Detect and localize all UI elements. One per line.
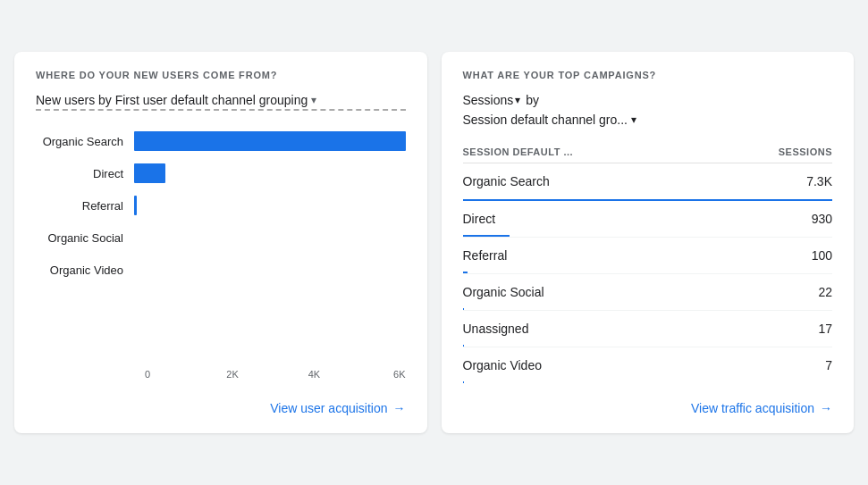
sub-dropdown[interactable]: Session default channel gro... ▾ xyxy=(463,113,636,127)
bar-chart: Organic SearchDirectReferralOrganic Soci… xyxy=(36,129,406,383)
sessions-label: Sessions xyxy=(463,93,514,107)
x-tick-0: 0 xyxy=(145,369,226,380)
bar-label: Organic Social xyxy=(36,231,134,245)
right-section-title: WHAT ARE YOUR TOP CAMPAIGNS? xyxy=(463,70,833,80)
bar-fill xyxy=(134,131,406,151)
row-underline-bar xyxy=(463,235,510,237)
left-card: WHERE DO YOUR NEW USERS COME FROM? New u… xyxy=(14,52,427,433)
arrow-icon: → xyxy=(393,401,406,415)
x-axis: 0 2K 4K 6K xyxy=(145,369,406,380)
table-header: SESSION DEFAULT ... SESSIONS xyxy=(463,139,833,163)
table-row: Organic Search7.3K xyxy=(463,163,833,201)
view-user-acquisition-link[interactable]: View user acquisition → xyxy=(36,401,406,415)
left-section-title: WHERE DO YOUR NEW USERS COME FROM? xyxy=(36,70,406,80)
chart-dropdown[interactable]: New users by First user default channel … xyxy=(36,93,406,111)
by-label: by xyxy=(526,93,539,107)
row-label: Organic Search xyxy=(463,174,550,188)
row-underline-bar xyxy=(463,272,468,273)
bar-row: Organic Search xyxy=(36,129,406,154)
row-value: 930 xyxy=(812,212,832,226)
dashboard: WHERE DO YOUR NEW USERS COME FROM? New u… xyxy=(14,52,854,433)
bar-row: Organic Video xyxy=(36,257,406,282)
bar-label: Organic Video xyxy=(36,263,134,277)
row-value: 17 xyxy=(818,322,832,336)
sessions-chevron-icon: ▾ xyxy=(515,94,520,106)
row-value: 7.3K xyxy=(806,174,832,188)
bar-fill xyxy=(134,196,137,215)
sub-chevron-icon: ▾ xyxy=(631,113,636,126)
col2-header: SESSIONS xyxy=(779,146,832,157)
bar-row: Direct xyxy=(36,161,406,186)
table-row: Unassigned17 xyxy=(463,311,833,347)
row-value: 7 xyxy=(825,358,832,372)
table-row: Referral100 xyxy=(463,238,833,274)
row-label: Organic Video xyxy=(463,358,542,372)
row-underline-bar xyxy=(463,345,464,347)
view-user-acquisition-label: View user acquisition xyxy=(270,401,387,415)
arrow-right-icon: → xyxy=(820,401,832,415)
table-row: Organic Social22 xyxy=(463,274,833,311)
bar-container xyxy=(134,257,406,282)
bar-fill xyxy=(134,163,165,183)
chart-dropdown-label: New users by First user default channel … xyxy=(36,93,308,107)
right-card: WHAT ARE YOUR TOP CAMPAIGNS? Sessions ▾ … xyxy=(442,52,855,433)
row-label: Organic Social xyxy=(463,285,544,299)
x-tick-2k: 2K xyxy=(226,369,308,380)
bar-label: Direct xyxy=(36,167,134,180)
row-label: Referral xyxy=(463,248,508,263)
bar-container xyxy=(134,129,406,154)
bar-container xyxy=(134,193,406,218)
bar-container xyxy=(134,161,406,186)
bar-label: Referral xyxy=(36,199,134,213)
bar-row: Organic Social xyxy=(36,225,406,250)
row-value: 22 xyxy=(818,285,832,299)
view-traffic-acquisition-link[interactable]: View traffic acquisition → xyxy=(463,401,833,415)
row-underline-bar xyxy=(463,308,464,310)
table-row: Direct930 xyxy=(463,201,833,238)
bar-container xyxy=(134,225,406,250)
sessions-header: Sessions ▾ by Session default channel gr… xyxy=(463,93,833,127)
sessions-subline: Session default channel gro... ▾ xyxy=(463,113,833,127)
table-rows-container: Organic Search7.3KDirect930Referral100Or… xyxy=(463,163,833,383)
sub-dropdown-label: Session default channel gro... xyxy=(463,113,628,127)
row-label: Direct xyxy=(463,212,496,226)
bar-label: Organic Search xyxy=(36,135,134,148)
bars-container: Organic SearchDirectReferralOrganic Soci… xyxy=(36,129,406,289)
chevron-down-icon: ▾ xyxy=(311,94,316,106)
col1-header: SESSION DEFAULT ... xyxy=(463,146,574,157)
row-value: 100 xyxy=(812,248,832,263)
x-tick-6k: 6K xyxy=(390,369,405,380)
x-tick-4k: 4K xyxy=(308,369,390,380)
view-traffic-acquisition-label: View traffic acquisition xyxy=(691,401,814,415)
table-row: Organic Video7 xyxy=(463,347,833,383)
sessions-dropdown[interactable]: Sessions ▾ xyxy=(463,93,521,107)
bar-row: Referral xyxy=(36,193,406,218)
row-label: Unassigned xyxy=(463,322,529,336)
